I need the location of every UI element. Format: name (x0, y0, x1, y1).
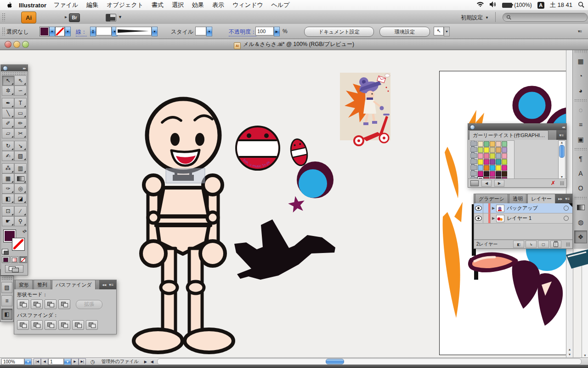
dock-group-handle[interactable] (574, 196, 587, 199)
chevron-down-icon[interactable]: ▼ (152, 27, 158, 36)
blue-circle-art[interactable] (297, 161, 334, 198)
swatch-28[interactable] (496, 171, 501, 177)
swatch-31[interactable] (484, 177, 489, 179)
character-panel-icon[interactable]: A (574, 167, 587, 180)
selection-tool[interactable]: ↖ (2, 75, 14, 86)
swatch-4[interactable] (502, 141, 507, 147)
collapse-icon[interactable]: ▸▸ (23, 66, 26, 70)
color-panel-icon[interactable]: ◕ (574, 84, 587, 97)
tongue-art[interactable] (470, 254, 516, 270)
stroke-panel-icon[interactable]: ≡ (574, 118, 587, 131)
swatch-19[interactable] (502, 159, 507, 165)
layer-row-0[interactable]: ▶バックアップ (474, 203, 572, 213)
panel-menu-icon[interactable]: ▾≡ (578, 29, 582, 34)
layer-thumbnail[interactable] (496, 215, 504, 222)
folder-icon[interactable] (470, 177, 477, 179)
swatch-12[interactable] (490, 153, 495, 159)
minus-back-button[interactable] (86, 320, 98, 330)
folder-icon[interactable] (470, 171, 477, 176)
layer-target-icon[interactable] (564, 206, 569, 211)
swatch-26[interactable] (484, 171, 489, 177)
merge-button[interactable] (45, 320, 57, 330)
swatches-panel-icon[interactable]: ▦ (574, 55, 587, 68)
transform-panel-icon[interactable]: ▧ (1, 282, 12, 293)
zoom-field[interactable]: 100% (1, 358, 24, 365)
swatch-2[interactable] (490, 141, 495, 147)
select-similar-combo[interactable]: ↖ ▼ (434, 27, 450, 36)
bird-silhouette[interactable] (234, 219, 335, 280)
type-tool[interactable]: T (14, 98, 27, 108)
swatch-29[interactable] (502, 171, 507, 177)
rectangle-tool[interactable]: ▭ (14, 108, 27, 118)
trim-button[interactable] (31, 320, 43, 330)
swap-fill-stroke-icon[interactable]: ⇆ (21, 228, 28, 235)
graph-tool[interactable]: ▥ (14, 163, 27, 173)
live-paint-bucket-tool[interactable]: ◧ (2, 194, 14, 204)
layer-target-icon[interactable] (564, 216, 569, 221)
swatch-23[interactable] (496, 165, 501, 171)
tools-panel-header[interactable]: ▸▸ (1, 65, 28, 71)
gradient-tool[interactable] (14, 173, 27, 184)
drag-grip[interactable] (1, 276, 12, 280)
line-segment-tool[interactable]: ╲ (2, 108, 14, 118)
scroll-down-icon[interactable]: ▼ (560, 175, 564, 178)
eyedropper-tool[interactable]: ✑ (2, 184, 14, 194)
slice-tool[interactable]: ∕ (14, 206, 27, 216)
apple-menu-icon[interactable] (6, 1, 12, 9)
menu-item-2[interactable]: オブジェクト (107, 1, 143, 8)
tab-レイヤー[interactable]: レイヤー (527, 194, 555, 203)
layer-name[interactable]: バックアップ (507, 205, 538, 212)
magic-wand-tool[interactable]: ✲ (2, 86, 14, 96)
fill-color-combo[interactable]: ▼ (40, 27, 55, 36)
swatch-9[interactable] (502, 147, 507, 153)
fill-color-swatch[interactable] (40, 27, 49, 36)
tab-パスファインダ[interactable]: パスファインダ (52, 280, 96, 289)
free-transform-tool[interactable]: ▧ (14, 151, 27, 161)
draw-normal-button[interactable] (5, 265, 23, 273)
panel-knob[interactable] (470, 125, 475, 130)
swatch-8[interactable] (496, 147, 501, 153)
layer-thumbnail[interactable] (496, 205, 504, 212)
panel-menu-icon[interactable]: ▾≡ (556, 130, 566, 140)
eraser-tool[interactable]: ▱ (2, 128, 14, 138)
horizontal-scrollbar[interactable] (157, 358, 582, 365)
paragraph-panel-icon[interactable]: ¶ (574, 152, 587, 165)
battery-indicator[interactable]: (100%) (502, 2, 532, 8)
swatch-scrollbar[interactable]: ▲ ▼ (558, 140, 565, 179)
unite-button[interactable] (17, 299, 29, 309)
status-menu-icon[interactable]: ▶ (142, 359, 149, 365)
menu-item-8[interactable]: ヘルプ (271, 1, 290, 8)
chevron-down-icon[interactable]: ▼ (49, 27, 55, 36)
gradient-panel-icon[interactable] (574, 201, 587, 214)
zoom-tool[interactable]: ⚲ (14, 216, 27, 226)
arrange-documents-icon[interactable] (106, 14, 116, 22)
stroke-profile-combo[interactable]: ▼ (116, 27, 158, 36)
swatch-11[interactable] (484, 153, 489, 159)
folder-icon[interactable] (470, 141, 477, 146)
dock-group-handle[interactable] (574, 148, 587, 150)
panel-header[interactable]: ◂◂ (468, 124, 566, 130)
folder-icon[interactable] (470, 159, 477, 164)
volume-icon[interactable] (490, 1, 497, 9)
outline-button[interactable] (72, 320, 84, 330)
swatch-22[interactable] (490, 165, 495, 171)
scooter-girl-illustration[interactable] (340, 73, 390, 146)
default-fill-stroke-icon[interactable] (2, 249, 8, 254)
graphic-styles-panel-icon[interactable]: ▣ (574, 133, 587, 146)
page-field[interactable]: 1 (48, 358, 64, 365)
opacity-combo[interactable]: 100 ▶ (255, 27, 280, 36)
prev-page-button[interactable]: ◀ (41, 358, 48, 365)
color-button[interactable] (2, 256, 10, 263)
swatch-20[interactable] (478, 165, 483, 171)
tab-グラデーシ[interactable]: グラデーシ (475, 194, 508, 203)
smiley-large[interactable]: boh, u music 1x.pk (233, 126, 282, 170)
scale-tool[interactable]: ↘ (14, 141, 27, 151)
swatch-16[interactable] (484, 159, 489, 165)
bridge-button[interactable]: Br (69, 13, 80, 22)
panel-knob[interactable] (3, 66, 8, 71)
layer-row-1[interactable]: ▶レイヤー 1 (474, 213, 572, 224)
new-sublayer-button[interactable]: ↳ (526, 241, 537, 248)
layer-name[interactable]: レイヤー 1 (507, 215, 531, 222)
folder-icon[interactable] (470, 147, 477, 152)
panel-tab-controls[interactable]: ◂◂▾≡ (99, 280, 116, 289)
